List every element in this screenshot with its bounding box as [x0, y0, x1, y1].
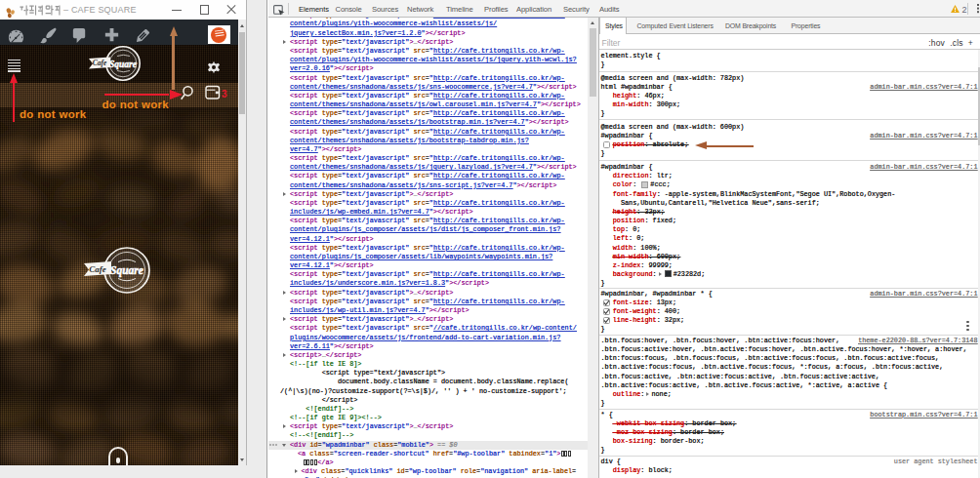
svg-text:Cafe: Cafe [89, 264, 106, 274]
svg-text:Square: Square [109, 60, 138, 69]
svg-text:Cafe: Cafe [93, 59, 107, 67]
svg-text:Square: Square [110, 264, 143, 277]
